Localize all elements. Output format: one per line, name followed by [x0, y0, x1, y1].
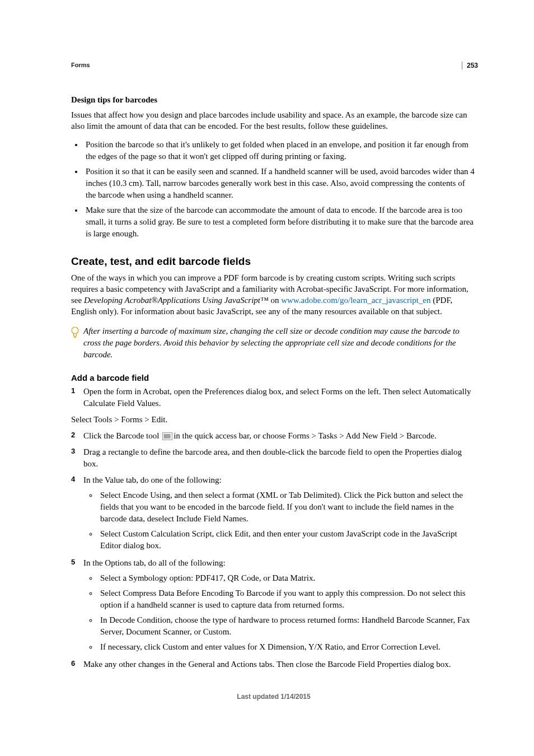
list-item: Select Custom Calculation Script, click …: [98, 528, 476, 552]
footer-last-updated: Last updated 1/14/2015: [71, 693, 476, 701]
list-item: In Decode Condition, choose the type of …: [98, 614, 476, 638]
list-item: Position the barcode so that it's unlike…: [83, 139, 476, 162]
list-item: Select a Symbology option: PDF417, QR Co…: [98, 572, 476, 584]
step-item: In the Value tab, do one of the followin…: [71, 474, 476, 552]
text: In the Value tab, do one of the followin…: [83, 475, 222, 484]
svg-point-0: [72, 327, 78, 334]
sub-bullet-list: Select a Symbology option: PDF417, QR Co…: [83, 572, 476, 653]
step-note: Select Tools > Forms > Edit.: [71, 414, 476, 426]
sub-bullet-list: Select Encode Using, and then select a f…: [83, 489, 476, 552]
link-javascript-docs[interactable]: www.adobe.com/go/learn_acr_javascript_en: [281, 296, 430, 305]
step-item: Make any other changes in the General an…: [71, 659, 476, 670]
step-item: Drag a rectangle to define the barcode a…: [71, 446, 476, 470]
steps-list-cont: Click the Barcode tool in the quick acce…: [71, 430, 476, 670]
text-italic: Developing Acrobat®Applications Using Ja…: [84, 296, 269, 305]
list-item: Select Compress Data Before Encoding To …: [98, 587, 476, 611]
tip-text: After inserting a barcode of maximum siz…: [83, 325, 476, 361]
page-number: 253: [462, 62, 478, 69]
breadcrumb: Forms: [71, 62, 476, 68]
list-item: Make sure that the size of the barcode c…: [83, 204, 476, 240]
list-item: Select Encode Using, and then select a f…: [98, 489, 476, 525]
text: In the Options tab, do all of the follow…: [83, 558, 226, 567]
step-item: In the Options tab, do all of the follow…: [71, 557, 476, 653]
text: Click the Barcode tool: [83, 431, 161, 440]
text: on: [269, 296, 282, 305]
list-item: If necessary, click Custom and enter val…: [98, 641, 476, 653]
barcode-tool-icon: [162, 432, 172, 440]
tip-callout: After inserting a barcode of maximum siz…: [71, 325, 476, 361]
step-item: Open the form in Acrobat, open the Prefe…: [71, 386, 476, 409]
design-bullet-list: Position the barcode so that it's unlike…: [71, 139, 476, 240]
heading-design-tips: Design tips for barcodes: [71, 95, 476, 105]
step-item: Click the Barcode tool in the quick acce…: [71, 430, 476, 442]
heading-create-test-edit: Create, test, and edit barcode fields: [71, 255, 476, 268]
paragraph-design-intro: Issues that affect how you design and pl…: [71, 109, 476, 132]
text: in the quick access bar, or choose Forms…: [174, 431, 437, 440]
steps-list: Open the form in Acrobat, open the Prefe…: [71, 386, 476, 409]
heading-add-barcode: Add a barcode field: [71, 373, 476, 382]
paragraph-create-intro: One of the ways in which you can improve…: [71, 272, 476, 318]
list-item: Position it so that it can be easily see…: [83, 166, 476, 201]
lightbulb-icon: [71, 326, 79, 339]
